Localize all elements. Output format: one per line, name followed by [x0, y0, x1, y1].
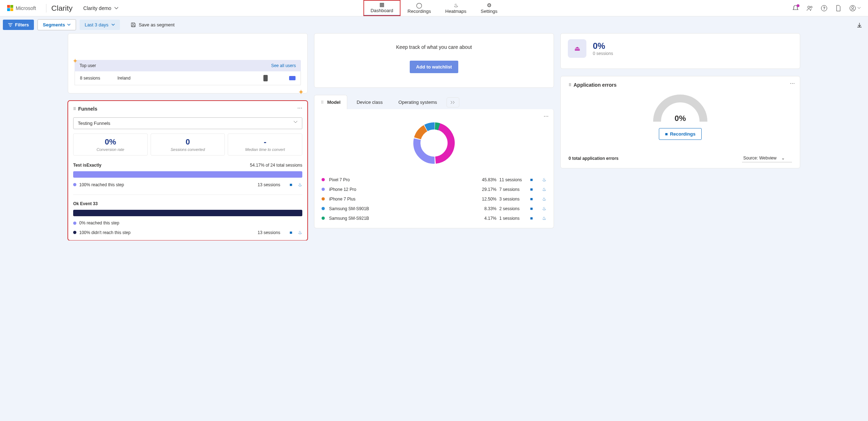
funnel-step-1: Test isExactly 54.17% of 24 total sessio… [73, 163, 302, 187]
model-row[interactable]: iPhone 7 Plus 12.50% 3 sessions ■ ♨ [322, 196, 546, 202]
model-pct: 29.17% [475, 187, 496, 192]
video-icon[interactable]: ■ [530, 215, 533, 221]
flame-icon[interactable]: ♨ [542, 187, 546, 192]
step-bar [73, 171, 302, 178]
nav-recordings[interactable]: ◯ Recordings [400, 0, 438, 16]
step-summary: 54.17% of 24 total sessions [250, 163, 302, 168]
svg-point-5 [852, 6, 854, 9]
microsoft-text: Microsoft [16, 5, 36, 11]
filter-bar: Filters Segments Last 3 days Save as seg… [0, 16, 868, 33]
dot-icon [322, 207, 325, 210]
model-list: Pixel 7 Pro 45.83% 11 sessions ■ ♨ iPhon… [322, 177, 546, 221]
download-icon[interactable] [857, 22, 862, 28]
flame-icon[interactable]: ♨ [542, 177, 546, 182]
project-name: Clarity demo [83, 5, 111, 11]
grip-icon[interactable]: ⠿ [73, 107, 76, 111]
account-icon[interactable] [849, 5, 861, 11]
mobile-icon [263, 75, 268, 81]
dot-icon [322, 188, 325, 191]
funnel-step-2: Ok Event 33 0% reached this step 100% di… [73, 194, 302, 235]
tab-more-button[interactable] [446, 97, 459, 107]
project-dropdown[interactable]: Clarity demo [83, 5, 118, 11]
top-header: Microsoft Clarity Clarity demo ▦ Dashboa… [0, 0, 868, 16]
card-more-icon[interactable]: ⋯ [297, 105, 303, 111]
video-icon[interactable]: ■ [289, 230, 292, 235]
model-pct: 45.83% [475, 177, 496, 182]
dashboard-content: ✦ Top user See all users 8 sessions Irel… [0, 33, 868, 240]
help-icon[interactable]: ? [821, 5, 827, 11]
nav-heatmaps[interactable]: ♨ Heatmaps [438, 0, 474, 16]
tab-operating-systems[interactable]: Operating systems [392, 95, 443, 109]
see-all-users-link[interactable]: See all users [271, 63, 296, 68]
percent-sub: 0 sessions [593, 51, 613, 56]
header-right: ? [792, 5, 861, 11]
funnel-stats: 0% Conversion rate 0 Sessions converted … [73, 133, 302, 156]
model-row[interactable]: Samsung SM-S921B 4.17% 1 sessions ■ ♨ [322, 215, 546, 221]
percent-card: ⏏ 0% 0 sessions [560, 33, 800, 69]
add-to-watchlist-button[interactable]: Add to watchlist [410, 61, 458, 73]
save-segment-button[interactable]: Save as segment [131, 22, 175, 27]
chevron-down-icon [111, 24, 115, 26]
recordings-button[interactable]: ■ Recordings [659, 128, 701, 140]
model-pct: 8.33% [475, 206, 496, 211]
segments-button[interactable]: Segments [37, 19, 76, 30]
step-row: 100% reached this step 13 sessions ■ ♨ [73, 182, 302, 187]
grip-icon[interactable]: ⠿ [321, 100, 324, 105]
id-card-icon [289, 76, 296, 80]
app-errors-footer: 0 total application errors Source: Webvi… [569, 154, 792, 162]
top-user-row[interactable]: 8 sessions Ireland ✦ [75, 71, 301, 85]
top-user-country: Ireland [117, 76, 150, 81]
nav-dashboard[interactable]: ▦ Dashboard [363, 0, 400, 16]
video-icon[interactable]: ■ [289, 182, 292, 187]
dot-icon [322, 197, 325, 201]
video-icon[interactable]: ■ [530, 196, 533, 202]
source-dropdown[interactable]: Source: Webview ⌄ [742, 154, 792, 162]
nav-settings[interactable]: ⚙ Settings [474, 0, 505, 16]
tab-model[interactable]: ⠿ Model [314, 95, 347, 110]
model-name: iPhone 7 Plus [329, 197, 475, 202]
model-sessions: 1 sessions [496, 216, 525, 221]
tab-device-class[interactable]: Device class [350, 95, 389, 109]
card-more-icon[interactable]: ⋯ [790, 81, 796, 86]
save-icon [131, 22, 136, 27]
sparkle-icon: ✦ [298, 88, 304, 96]
video-icon: ◯ [416, 2, 422, 8]
microsoft-logo [7, 5, 14, 11]
flame-icon[interactable]: ♨ [298, 230, 302, 235]
total-errors: 0 total application errors [569, 156, 619, 161]
funnel-select[interactable]: Testing Funnels [73, 117, 302, 129]
model-row[interactable]: Samsung SM-S901B 8.33% 2 sessions ■ ♨ [322, 206, 546, 211]
video-icon[interactable]: ■ [530, 187, 533, 192]
app-name: Clarity [51, 4, 73, 12]
svg-text:?: ? [823, 6, 825, 10]
flame-icon[interactable]: ♨ [298, 182, 302, 187]
model-row[interactable]: iPhone 12 Pro 29.17% 7 sessions ■ ♨ [322, 187, 546, 192]
flame-icon[interactable]: ♨ [542, 215, 546, 221]
dot-icon [73, 231, 76, 234]
chevron-double-right-icon [450, 101, 455, 104]
app-errors-title: ⠿ Application errors [569, 82, 792, 88]
model-row[interactable]: Pixel 7 Pro 45.83% 11 sessions ■ ♨ [322, 177, 546, 182]
video-icon[interactable]: ■ [530, 206, 533, 211]
svg-point-0 [808, 6, 810, 8]
flame-icon[interactable]: ♨ [542, 196, 546, 202]
model-pct: 12.50% [475, 197, 496, 202]
video-icon[interactable]: ■ [530, 177, 533, 182]
step-row: 0% reached this step [73, 220, 302, 225]
people-icon[interactable] [807, 5, 813, 11]
filters-button[interactable]: Filters [3, 20, 34, 30]
column-1: ✦ Top user See all users 8 sessions Irel… [68, 33, 308, 240]
model-name: Samsung SM-S901B [329, 206, 475, 211]
card-more-icon[interactable]: ⋯ [544, 113, 549, 119]
document-icon[interactable] [835, 5, 842, 11]
daterange-button[interactable]: Last 3 days [80, 20, 120, 30]
notifications-icon[interactable] [792, 5, 799, 11]
grip-icon[interactable]: ⠿ [569, 83, 571, 87]
column-3: ⏏ 0% 0 sessions ⠿ Application errors ⋯ 0… [560, 33, 800, 240]
dashboard-icon: ▦ [379, 2, 384, 7]
chevron-down-icon [114, 7, 118, 10]
model-tabs: ⠿ Model Device class Operating systems [314, 95, 554, 110]
model-sessions: 3 sessions [496, 197, 525, 202]
model-body: ⋯ Pixel 7 Pro 45.83% 11 sessions ■ ♨ i [314, 109, 554, 228]
flame-icon[interactable]: ♨ [542, 206, 546, 211]
